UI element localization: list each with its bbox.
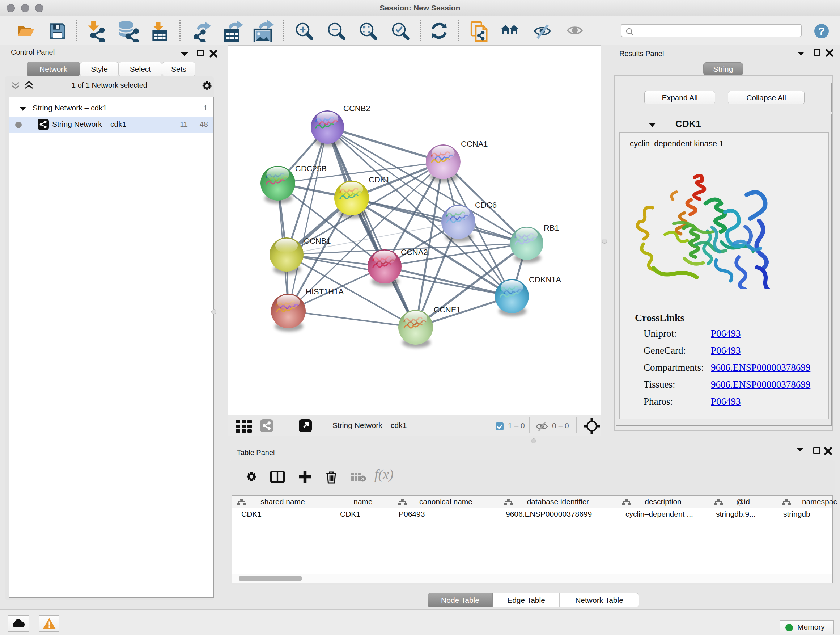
svg-text:CDKN1A: CDKN1A — [529, 275, 561, 284]
svg-text:CDC6: CDC6 — [475, 201, 497, 210]
svg-text:CDC25B: CDC25B — [295, 164, 327, 173]
svg-text:CDK1: CDK1 — [369, 175, 390, 184]
svg-text:CCNE1: CCNE1 — [434, 305, 461, 314]
svg-text:CCNB2: CCNB2 — [343, 104, 370, 113]
svg-text:RB1: RB1 — [544, 223, 559, 233]
svg-text:HIST1H1A: HIST1H1A — [306, 287, 344, 296]
svg-text:CCNA2: CCNA2 — [401, 248, 428, 257]
svg-text:CCNA1: CCNA1 — [461, 139, 488, 149]
svg-text:CCNB1: CCNB1 — [304, 236, 331, 245]
